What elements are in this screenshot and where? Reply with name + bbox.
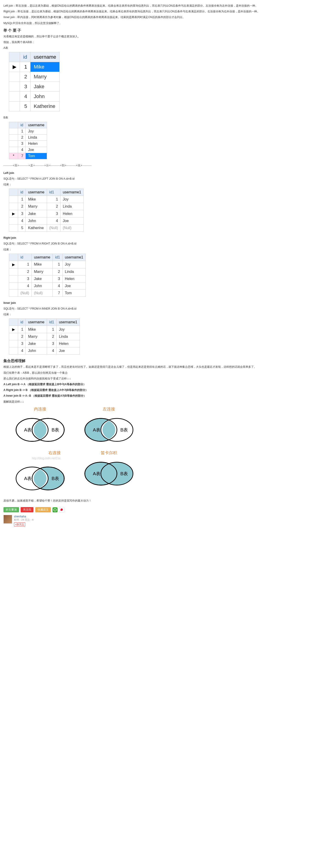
wechat-icon[interactable]: [53, 507, 58, 513]
leftjoin-title: Left join: [3, 171, 312, 175]
venn-right: 右连接http://blog.csdn.net/Coc A表 B表: [10, 450, 70, 494]
example-heading: 举 个 栗 子: [3, 28, 312, 33]
rightjoin-res: 结果：: [3, 247, 312, 252]
table-row: 4John4Joe: [9, 217, 84, 224]
example-intro2: 假如，我有两个表A和B：: [3, 40, 312, 44]
label-a: A表: [3, 46, 312, 50]
leftjoin-res: 结果：: [3, 182, 312, 187]
table-row: *7Tom: [9, 153, 47, 159]
table-row: ▶1Mike1Joy: [9, 326, 80, 333]
set-a: A Left join B -> A （根据返回需求 需改提上B中与A等条件的部…: [3, 382, 312, 386]
label-b: B表: [3, 116, 312, 120]
table-row: 2Marry2Linda: [9, 203, 84, 210]
venn-a-label: A表: [93, 471, 101, 476]
venn-left-svg: A表 B表: [79, 413, 139, 445]
innerjoin-table: idusernameid1username1 ▶1Mike1Joy 2Marry…: [9, 318, 80, 354]
col-id: id: [20, 52, 30, 62]
venn-b-label: B表: [52, 476, 59, 481]
intro-inner: Inner join：即内连接，同时将两表作为参考对象，根据ON后给出的两表的条…: [3, 15, 312, 20]
set-p4: 图解就是这样↓↓↓: [3, 400, 312, 404]
table-row: 1Mike1Joy: [9, 196, 84, 203]
example-intro1: 光看概念肯定还是模糊的，所以举个栗子让这个概念更加深入。: [3, 34, 312, 39]
leftjoin-sql: SQL语句：SELECT * FROM A LEFT JOIN B ON A.i…: [3, 177, 312, 181]
rightjoin-table: idusernameid1username1 ▶1Mike1Joy 2Marry…: [9, 254, 86, 297]
table-row: 3Jake3Helen: [9, 340, 80, 347]
set-b: A Right join B -> B （根据返回需求 需改提上A中与B等条件的…: [3, 388, 312, 392]
set-p1: 根据上边的例子，看起来是不是清晰明了多了，而且也更有对比性了。如果还是觉得只是这…: [3, 365, 312, 369]
set-p2: 我们有两个表：A和B，那么就分别将其当做一个集合: [3, 371, 312, 375]
venn-a-label: A表: [24, 427, 32, 432]
innerjoin-title: Inner join: [3, 301, 312, 305]
venn-a-label: A表: [24, 476, 32, 481]
divider: --------+我+--------+是+--------+分+-------…: [3, 163, 312, 168]
table-row: 3Jake: [9, 82, 60, 92]
watermark: http://blog.csdn.net/Coc: [32, 457, 61, 460]
venn-left: 左连接 A表 B表: [79, 406, 139, 445]
intro-mysql: MySQL中没有全外连接，所以这里没做解释了。: [3, 21, 312, 25]
table-row: 2Linda: [9, 134, 47, 141]
table-row: 4John: [9, 92, 60, 101]
venn-cross: 笛卡尔积 A表 B表: [79, 450, 139, 494]
col-username: username: [30, 52, 60, 62]
intro-right: Right join：即右连接，是以右表为基础，根据ON后给出的两表的条件将两表…: [3, 9, 312, 14]
add-follow-button[interactable]: +加关注: [14, 522, 25, 526]
venn-label-cross: 笛卡尔积: [79, 450, 139, 456]
table-row: ▶1Mike: [9, 62, 60, 72]
innerjoin-sql: SQL语句：SELECT * FROM A INNER JOIN B ON A.…: [3, 307, 312, 311]
table-row: ▶3Jake3Helen: [9, 210, 84, 217]
author-meta: 粉丝 - 24 关注 - 4: [14, 518, 33, 521]
venn-inner-svg: A表 B表: [10, 413, 70, 445]
set-p3: 那么我们的左右外连接和内连接就相当于变成了这样↓↓↓: [3, 376, 312, 381]
table-row: 4John4Joe: [9, 347, 80, 354]
venn-b-label: B表: [120, 427, 128, 432]
follow-button[interactable]: 关注我: [21, 507, 33, 513]
table-row: 2Marry2Linda: [9, 333, 80, 340]
set-heading: 集合思维理解: [3, 359, 312, 364]
table-row: 4John4Joe: [9, 282, 86, 289]
like-button[interactable]: 好文要顶: [3, 507, 19, 513]
rightjoin-title: Right join: [3, 236, 312, 240]
venn-cross-svg: A表 B表: [79, 457, 139, 489]
venn-b-label: B表: [120, 471, 128, 476]
table-row: 5Katherine(Null)(Null): [9, 224, 84, 232]
venn-a-label: A表: [93, 427, 101, 432]
intro-left: Left join：即左连接，是以左表为基础，根据ON后给出的两表的条件将两表连…: [3, 4, 312, 8]
set-c: A Inner join B -> A∩B （根据返回需求 需改提A与B等条件的…: [3, 394, 312, 398]
weibo-icon[interactable]: [59, 507, 65, 513]
table-row: 4Joe: [9, 147, 47, 153]
venn-label-right: 右连接: [48, 451, 61, 455]
leftjoin-table: idusernameid1username1 1Mike1Joy 2Marry2…: [9, 189, 84, 232]
table-row: 5Katherine: [9, 101, 60, 112]
col-id: id: [18, 122, 26, 128]
avatar[interactable]: [3, 515, 12, 524]
venn-b-label: B表: [52, 427, 59, 432]
table-row: 3Helen: [9, 141, 47, 147]
table-b: idusername 1Joy 2Linda 3Helen 4Joe *7Tom: [9, 122, 47, 159]
innerjoin-res: 结果：: [3, 312, 312, 317]
venn-label-left: 左连接: [79, 406, 139, 412]
favorite-button[interactable]: 收藏该文: [35, 507, 51, 513]
table-row: ▶1Mike1Joy: [9, 261, 86, 268]
author-link[interactable]: shenhaha: [14, 515, 26, 518]
venn-right-svg: A表 B表: [10, 461, 70, 493]
table-row: 3Jake3Helen: [9, 275, 86, 282]
venn-inner: 内连接 A表 B表: [10, 406, 70, 445]
rightjoin-sql: SQL语句：SELECT * FROM A RIGHT JOIN B ON A.…: [3, 242, 312, 246]
col-username: username: [26, 122, 47, 128]
closing: 原创不易，如果感觉不错，希望给个赞！您的支持是我写作的最大动力！: [3, 499, 312, 503]
table-row: 2Marry: [9, 72, 60, 82]
table-row: 2Marry2Linda: [9, 268, 86, 275]
venn-label-inner: 内连接: [10, 406, 70, 412]
table-a: idusername ▶1Mike 2Marry 3Jake 4John 5Ka…: [9, 52, 60, 112]
table-row: 1Joy: [9, 128, 47, 134]
table-row: (Null)(Null)7Tom: [9, 289, 86, 297]
